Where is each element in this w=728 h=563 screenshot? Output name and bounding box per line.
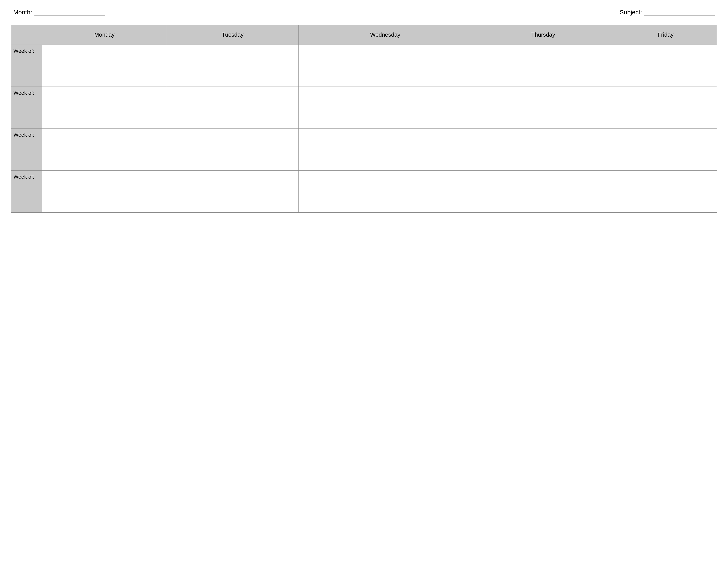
subject-underline bbox=[644, 9, 715, 15]
cell-w2-thu[interactable] bbox=[472, 87, 614, 129]
header-tuesday: Tuesday bbox=[167, 25, 298, 45]
cell-w4-fri[interactable] bbox=[614, 171, 717, 212]
week-label-4: Week of: bbox=[11, 171, 42, 212]
subject-field: Subject: bbox=[620, 9, 715, 16]
month-underline bbox=[34, 9, 105, 15]
cell-w1-tue[interactable] bbox=[167, 45, 298, 87]
page-header: Month: Subject: bbox=[11, 9, 717, 16]
cell-w4-wed[interactable] bbox=[298, 171, 472, 212]
cell-w4-tue[interactable] bbox=[167, 171, 298, 212]
calendar-table: Monday Tuesday Wednesday Thursday Friday… bbox=[11, 25, 717, 212]
month-label: Month: bbox=[13, 9, 32, 16]
cell-w4-thu[interactable] bbox=[472, 171, 614, 212]
week-label-2: Week of: bbox=[11, 87, 42, 129]
cell-w2-fri[interactable] bbox=[614, 87, 717, 129]
month-field: Month: bbox=[13, 9, 105, 16]
cell-w1-mon[interactable] bbox=[42, 45, 167, 87]
cell-w4-mon[interactable] bbox=[42, 171, 167, 212]
cell-w3-tue[interactable] bbox=[167, 129, 298, 171]
cell-w3-fri[interactable] bbox=[614, 129, 717, 171]
cell-w3-thu[interactable] bbox=[472, 129, 614, 171]
week-row-3: Week of: bbox=[11, 129, 717, 171]
header-monday: Monday bbox=[42, 25, 167, 45]
cell-w3-mon[interactable] bbox=[42, 129, 167, 171]
week-row-2: Week of: bbox=[11, 87, 717, 129]
cell-w2-mon[interactable] bbox=[42, 87, 167, 129]
week-row-1: Week of: bbox=[11, 45, 717, 87]
header-row: Monday Tuesday Wednesday Thursday Friday bbox=[11, 25, 717, 45]
cell-w1-fri[interactable] bbox=[614, 45, 717, 87]
cell-w3-wed[interactable] bbox=[298, 129, 472, 171]
week-row-4: Week of: bbox=[11, 171, 717, 212]
header-thursday: Thursday bbox=[472, 25, 614, 45]
header-friday: Friday bbox=[614, 25, 717, 45]
cell-w1-wed[interactable] bbox=[298, 45, 472, 87]
week-label-1: Week of: bbox=[11, 45, 42, 87]
cell-w1-thu[interactable] bbox=[472, 45, 614, 87]
cell-w2-tue[interactable] bbox=[167, 87, 298, 129]
subject-label: Subject: bbox=[620, 9, 642, 16]
header-wednesday: Wednesday bbox=[298, 25, 472, 45]
header-empty bbox=[11, 25, 42, 45]
cell-w2-wed[interactable] bbox=[298, 87, 472, 129]
week-label-3: Week of: bbox=[11, 129, 42, 171]
